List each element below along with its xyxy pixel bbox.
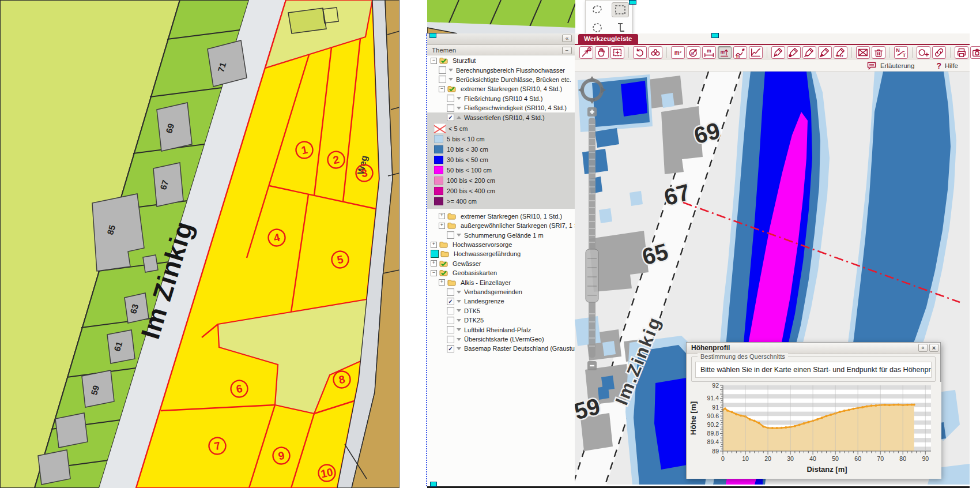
layer-tree-row[interactable]: Verbandsgemeinden <box>427 287 575 296</box>
layer-checkbox[interactable] <box>447 307 454 314</box>
identify-tool-button[interactable]: i <box>579 46 593 59</box>
layer-tree-row[interactable]: +Gewässer <box>427 259 575 268</box>
layer-tree-row[interactable]: Hochwassergefährdung <box>427 249 575 258</box>
draw-point-tool-button[interactable] <box>787 46 801 59</box>
erlaeuterung-link[interactable]: Erläuterung <box>880 62 914 69</box>
chevron-down-icon[interactable] <box>457 319 461 322</box>
select-rectangle-button[interactable] <box>612 2 629 17</box>
add-object-tool-button[interactable] <box>917 46 930 59</box>
expand-node-icon[interactable]: + <box>431 242 437 248</box>
select-lasso-button[interactable] <box>589 2 606 17</box>
chevron-down-icon[interactable] <box>457 309 461 312</box>
selection-handle[interactable] <box>430 482 437 487</box>
chevron-down-icon[interactable] <box>457 347 461 350</box>
layer-checkbox[interactable] <box>447 95 454 102</box>
measure-height-tool-button[interactable]: m <box>718 46 732 59</box>
layer-tree-row[interactable]: Fließrichtung (SRI10 4 Std.) <box>427 94 575 103</box>
collapse-node-icon[interactable]: − <box>439 86 445 92</box>
layer-tree-row[interactable]: Berechnungsbereich Flusshochwasser <box>427 65 575 74</box>
measure-profile-tool-button[interactable]: m <box>733 46 747 59</box>
collapse-node-icon[interactable]: − <box>431 58 437 64</box>
layer-tree-row[interactable]: Übersichtskarte (LVermGeo) <box>427 335 575 344</box>
themes-minimize-button[interactable]: − <box>562 47 572 54</box>
chevron-down-icon[interactable] <box>457 328 461 331</box>
draw-text-tool-button[interactable]: TEXT <box>834 46 847 59</box>
layer-checkbox[interactable] <box>447 231 454 239</box>
layer-tree-row[interactable]: +außergewöhnlicher Starkregen (SRI7, 1 S… <box>427 221 575 230</box>
select-line-button[interactable] <box>612 20 629 35</box>
chevron-up-icon[interactable] <box>457 116 461 119</box>
move-label-tool-button[interactable]: NT <box>894 46 908 59</box>
zoom-selection-tool-button[interactable] <box>610 46 624 59</box>
layer-checkbox[interactable]: ✓ <box>447 345 454 352</box>
layer-checkbox[interactable] <box>447 326 454 333</box>
print-tool-button[interactable] <box>955 46 968 59</box>
delete-all-tool-button[interactable] <box>872 46 885 59</box>
layer-tree-row[interactable]: +Hochwasservorsorge <box>427 240 575 249</box>
chevron-down-icon[interactable] <box>457 291 461 294</box>
layer-checkbox[interactable] <box>439 66 446 74</box>
hilfe-link[interactable]: Hilfe <box>945 62 958 69</box>
layer-checkbox[interactable] <box>439 76 446 83</box>
dialog-titlebar[interactable]: Höhenprofil « × <box>687 343 940 354</box>
profile-chart-tool-button[interactable] <box>749 46 763 59</box>
layer-tree-row[interactable]: DTK5 <box>427 306 575 316</box>
layer-checkbox[interactable]: ✓ <box>447 114 454 121</box>
dialog-collapse-button[interactable]: « <box>918 344 928 352</box>
layer-label: Fließgeschwindigkeit (SRI10, 4 Std.) <box>464 104 567 111</box>
chevron-down-icon[interactable] <box>457 338 461 341</box>
chevron-down-icon[interactable] <box>448 69 453 72</box>
elevation-profile-chart: 9291.49190.690.289.889.48901020304050607… <box>687 382 941 479</box>
chevron-down-icon[interactable] <box>457 107 461 110</box>
expand-node-icon[interactable]: + <box>439 213 445 219</box>
chevron-down-icon[interactable] <box>457 97 461 100</box>
layer-checkbox[interactable] <box>447 288 454 296</box>
layer-tree-row[interactable]: Fließgeschwindigkeit (SRI10, 4 Std.) <box>427 103 575 112</box>
layer-tree-row[interactable]: −Geobasiskarten <box>427 268 575 277</box>
zoom-slider-handle[interactable] <box>586 249 598 302</box>
expand-node-icon[interactable]: + <box>439 223 445 229</box>
screenshot-tool-button[interactable] <box>970 46 980 59</box>
selection-handle[interactable] <box>711 33 719 38</box>
chevron-down-icon[interactable] <box>457 234 461 237</box>
layer-tree-row[interactable]: +extremer Starkregen (SRI10, 1 Std.) <box>427 212 575 221</box>
dialog-close-button[interactable]: × <box>929 344 938 352</box>
select-circle-button[interactable] <box>589 20 606 35</box>
draw-line-tool-button[interactable] <box>802 46 816 59</box>
expand-node-icon[interactable]: + <box>439 279 445 286</box>
layer-tree-row[interactable]: DTK25 <box>427 316 575 325</box>
selection-handle[interactable] <box>429 33 436 38</box>
sidebar-collapse-button[interactable]: « <box>562 35 572 42</box>
layer-tree-row[interactable]: Luftbild Rheinland-Pfalz <box>427 325 575 334</box>
draw-polygon-tool-button[interactable] <box>818 46 832 59</box>
profile-point <box>771 427 774 429</box>
layer-tree-row[interactable]: −extremer Starkregen (SRI10, 4 Std.) <box>427 84 575 93</box>
collapse-node-icon[interactable]: − <box>431 270 437 276</box>
layer-tree-row[interactable]: Berücksichtigte Durchlässe, Brücken etc. <box>427 75 575 84</box>
layer-tree-row[interactable]: +Alkis - Einzellayer <box>427 277 575 287</box>
measure-area-tool-button[interactable]: m² <box>671 46 685 59</box>
share-link-tool-button[interactable] <box>932 46 946 59</box>
previous-view-tool-button[interactable] <box>633 46 647 59</box>
search-tool-button[interactable] <box>649 46 662 59</box>
layer-tree-row[interactable]: ✓Landesgrenze <box>427 296 575 306</box>
measure-radius-tool-button[interactable]: m <box>687 46 700 59</box>
pan-tool-button[interactable] <box>595 46 609 59</box>
layer-checkbox[interactable]: ✓ <box>447 298 454 305</box>
delete-selection-tool-button[interactable] <box>856 46 870 59</box>
measure-distance-tool-button[interactable]: m <box>702 46 716 59</box>
layer-tree-row[interactable]: ✓Basemap Raster Deutschland (Graustufen) <box>427 344 575 353</box>
chevron-down-icon[interactable] <box>457 300 461 303</box>
expand-node-icon[interactable]: + <box>431 260 437 266</box>
profile-point <box>780 427 782 429</box>
layer-checkbox[interactable] <box>447 104 454 112</box>
layer-tree-row[interactable]: −Sturzflut <box>427 56 575 65</box>
selection-handle[interactable] <box>629 0 636 5</box>
layer-tree-row[interactable]: ✓Wassertiefen (SRI10, 4 Std.) <box>427 112 575 122</box>
layer-tree-row[interactable]: Schummerung Gelände 1 m <box>427 231 575 240</box>
layer-checkbox[interactable] <box>447 317 454 324</box>
chevron-down-icon[interactable] <box>448 78 453 81</box>
layer-checkbox[interactable] <box>447 336 454 343</box>
map-canvas[interactable]: 69 67 65 59 Im.Zinkig <box>575 72 970 485</box>
draw-arrow-tool-button[interactable] <box>771 46 785 59</box>
